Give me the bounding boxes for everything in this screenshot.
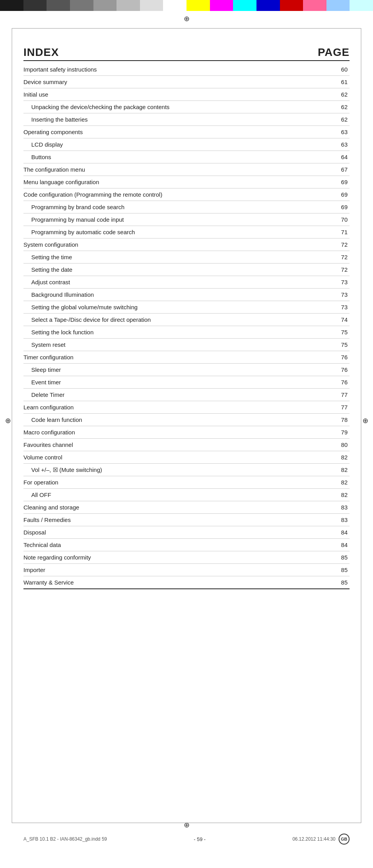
table-row: Adjust contrast73 (23, 276, 350, 289)
table-row: Initial use62 (23, 88, 350, 101)
table-row: Programming by brand code search69 (23, 201, 350, 213)
row-label: Importer (23, 564, 301, 576)
row-label: Note regarding conformity (23, 551, 301, 564)
main-content: INDEX PAGE Important safety instructions… (0, 11, 373, 640)
table-row: The configuration menu67 (23, 163, 350, 176)
row-page: 76 (301, 364, 350, 376)
row-label: Programming by brand code search (23, 201, 301, 213)
color-segment (47, 0, 70, 11)
top-crosshair-icon: ⊕ (183, 15, 190, 23)
row-page: 62 (301, 88, 350, 101)
row-label: Buttons (23, 151, 301, 163)
row-page: 69 (301, 188, 350, 201)
border-left (12, 28, 12, 823)
table-row: Note regarding conformity85 (23, 551, 350, 564)
table-row: Event timer76 (23, 376, 350, 389)
row-label: Macro configuration (23, 426, 301, 439)
table-row: Setting the time72 (23, 251, 350, 264)
table-row: System configuration72 (23, 239, 350, 251)
row-page: 63 (301, 138, 350, 151)
border-bottom (12, 823, 361, 823)
color-segment (70, 0, 93, 11)
row-label: LCD display (23, 138, 301, 151)
color-segment (303, 0, 326, 11)
table-row: Learn configuration77 (23, 401, 350, 414)
table-row: For operation82 (23, 476, 350, 489)
table-row: Menu language configuration69 (23, 176, 350, 188)
row-page: 63 (301, 126, 350, 138)
border-top (12, 28, 361, 29)
color-segment (350, 0, 373, 11)
page-heading: PAGE (318, 46, 350, 59)
table-row: Setting the lock function75 (23, 326, 350, 339)
row-label: Volume control (23, 451, 301, 464)
gb-badge: GB (339, 834, 350, 845)
row-page: 73 (301, 289, 350, 301)
row-label: Programming by automatic code search (23, 226, 301, 239)
row-page: 64 (301, 151, 350, 163)
row-page: 72 (301, 251, 350, 264)
row-page: 75 (301, 339, 350, 351)
color-segment (93, 0, 117, 11)
table-row: Inserting the batteries62 (23, 113, 350, 126)
row-label: System configuration (23, 239, 301, 251)
row-label: Sleep timer (23, 364, 301, 376)
row-label: Setting the time (23, 251, 301, 264)
row-page: 62 (301, 101, 350, 113)
color-segment (140, 0, 163, 11)
row-page: 85 (301, 551, 350, 564)
row-label: Code learn function (23, 414, 301, 426)
bottom-crosshair-icon: ⊕ (183, 821, 190, 829)
row-label: The configuration menu (23, 163, 301, 176)
row-page: 84 (301, 539, 350, 551)
row-page: 69 (301, 176, 350, 188)
table-row: Vol +/–, ☒ (Mute switching)82 (23, 464, 350, 476)
row-label: Inserting the batteries (23, 113, 301, 126)
footer-right-text: 06.12.2012 11:44:30 (292, 836, 335, 842)
table-row: Cleaning and storage83 (23, 501, 350, 514)
row-label: Learn configuration (23, 401, 301, 414)
row-label: All OFF (23, 489, 301, 501)
row-label: Favourites channel (23, 439, 301, 451)
table-row: Programming by automatic code search71 (23, 226, 350, 239)
footer: A_SFB 10.1 B2 - IAN-86342_gb.indd 59 - 5… (23, 834, 350, 845)
row-page: 82 (301, 464, 350, 476)
row-label: Disposal (23, 526, 301, 539)
row-label: Menu language configuration (23, 176, 301, 188)
row-page: 70 (301, 213, 350, 226)
row-page: 72 (301, 239, 350, 251)
color-bar (0, 0, 373, 11)
row-page: 67 (301, 163, 350, 176)
row-label: Event timer (23, 376, 301, 389)
right-crosshair-icon: ⊕ (361, 417, 369, 425)
row-label: Unpacking the device/checking the packag… (23, 101, 301, 113)
left-crosshair-icon: ⊕ (4, 417, 12, 425)
table-row: All OFF82 (23, 489, 350, 501)
color-segment (117, 0, 140, 11)
row-page: 61 (301, 76, 350, 88)
table-row: Background Illumination73 (23, 289, 350, 301)
color-segment (210, 0, 233, 11)
color-segment (256, 0, 280, 11)
row-label: Adjust contrast (23, 276, 301, 289)
row-label: System reset (23, 339, 301, 351)
table-row: Setting the date72 (23, 264, 350, 276)
row-page: 85 (301, 576, 350, 589)
table-row: Macro configuration79 (23, 426, 350, 439)
table-row: Favourites channel80 (23, 439, 350, 451)
row-label: Technical data (23, 539, 301, 551)
row-page: 73 (301, 276, 350, 289)
row-label: Setting the lock function (23, 326, 301, 339)
table-row: Operating components63 (23, 126, 350, 138)
table-row: Important safety instructions60 (23, 63, 350, 76)
table-row: Delete Timer77 (23, 389, 350, 401)
row-page: 73 (301, 301, 350, 314)
table-row: Disposal84 (23, 526, 350, 539)
row-label: Setting the global volume/mute switching (23, 301, 301, 314)
row-page: 76 (301, 376, 350, 389)
table-row: Technical data84 (23, 539, 350, 551)
row-label: Select a Tape-/Disc device for direct op… (23, 314, 301, 326)
table-row: Device summary61 (23, 76, 350, 88)
row-page: 72 (301, 264, 350, 276)
row-page: 69 (301, 201, 350, 213)
